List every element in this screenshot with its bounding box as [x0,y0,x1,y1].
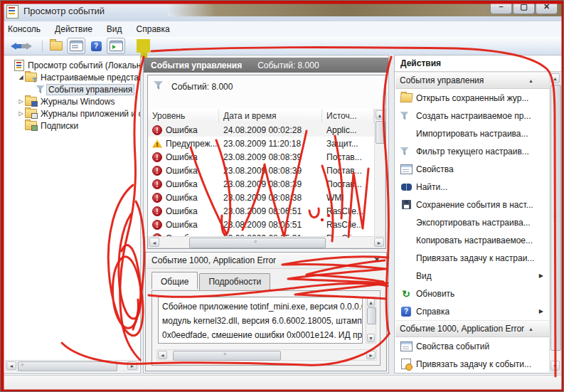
scroll-thumb[interactable]: ≡ [189,238,326,248]
table-row[interactable]: !Ошибка23.08.2009 08:06:51RasClie... [148,204,374,218]
menu-item-2[interactable]: Вид [100,23,129,36]
scroll-up-arrow[interactable]: ▲ [376,110,384,120]
action-item[interactable]: Найти... [395,178,549,196]
menu-item-0[interactable]: Консоль [1,23,48,36]
action-item-label: Найти... [416,182,447,192]
sidebar-item-1[interactable]: ◢Настраиваемые представле [4,71,140,83]
action-item[interactable]: Фильтр текущего настраив... [395,142,549,160]
preview-v-scrollbar[interactable]: ▲ ▼ [366,297,376,344]
scroll-thumb[interactable]: ≡ [550,85,561,351]
table-row[interactable]: !Ошибка23.08.2009 08:08:39Постав... [148,150,374,164]
close-button[interactable]: ✕ [536,1,558,14]
preview-groupbox: Сбойное приложение totinf_mini.exe, верс… [151,290,381,366]
expander-collapsed-icon[interactable]: ▷ [17,110,25,117]
table-row[interactable]: !Ошибка23.08.2009 08:05:51RasClie... [148,218,374,231]
events-h-scrollbar[interactable]: ◄ ≡ ► [148,236,385,248]
scroll-up-arrow[interactable]: ▲ [367,298,375,307]
collapse-icon[interactable]: ▲ [528,78,533,83]
collapse-icon[interactable]: ▲ [528,327,533,332]
export-log-button[interactable] [48,38,65,53]
action-item[interactable]: Сохранение события в наст... [395,196,549,213]
tree-h-scrollbar[interactable]: ◄ ≡ ► [5,360,139,371]
scroll-thumb[interactable]: ≡ [173,351,281,361]
scroll-left-arrow[interactable]: ◄ [149,238,159,247]
action-item[interactable]: Открыть сохраненный жур... [395,89,549,107]
forward-button[interactable] [22,38,39,53]
open-folder-icon [399,93,413,102]
scroll-up-arrow[interactable]: ▲ [550,73,560,83]
expander-collapsed-icon[interactable]: ▷ [17,98,25,105]
scroll-down-arrow[interactable]: ▼ [367,334,375,342]
table-row[interactable]: !Ошибка23.08.2009 08:08:38WMI [148,191,374,204]
action-item[interactable]: Свойства [395,160,549,178]
action-item[interactable]: Привязать задачу к событи... [395,355,549,372]
events-v-scrollbar[interactable]: ▲ ▼ [374,109,385,248]
preview-h-scrollbar[interactable]: ◄ ≡ ► [156,349,377,361]
sidebar-item-5[interactable]: Подписки [4,120,140,132]
events-panel: События управления Событий: 8.000 Событи… [143,55,389,374]
column-header-0[interactable]: Уровень [148,109,219,123]
level-cell: !Ошибка [148,193,219,203]
sidebar-item-0[interactable]: Просмотр событий (Локальнь [4,59,140,71]
folder-subscriptions-icon [25,121,37,130]
event-description-box[interactable]: Сбойное приложение totinf_mini.exe, верс… [158,297,363,344]
action-item[interactable]: ↻Обновить [395,285,549,302]
actions-section-title: События управления [400,75,531,85]
table-row[interactable]: !Ошибка23.08.2009 08:08:39Постав... [148,164,374,177]
source-cell: Постав... [322,166,374,176]
table-row[interactable]: !Ошибка24.08.2009 00:02:28Applic... [148,123,374,137]
minimize-button[interactable]: – [490,1,512,14]
tab-details[interactable]: Подробности [199,273,270,290]
action-item[interactable]: Импортировать настраива... [395,125,549,142]
sidebar-item-2[interactable]: События управления [4,83,140,95]
action-item[interactable]: Свойства событий [395,337,549,355]
expander-expanded-icon[interactable]: ◢ [17,74,25,80]
show-hide-tree-button[interactable] [107,38,125,54]
scroll-down-arrow[interactable]: ▼ [550,361,560,371]
maximize-button[interactable]: ▢ [513,1,535,14]
scroll-thumb[interactable]: ≡ [18,361,117,371]
events-panel-title: События управления [151,60,242,70]
back-button[interactable] [3,38,20,53]
action-item[interactable]: Копировать настраиваемое... [395,231,549,249]
app-icon [6,5,18,18]
column-header-1[interactable]: Дата и время [219,109,322,123]
column-header-2[interactable]: Источ... [322,109,374,123]
tab-general[interactable]: Общие [151,272,198,289]
help-button[interactable]: ? [87,38,105,53]
close-icon[interactable]: ✕ [373,255,381,265]
action-item-label: Обновить [416,289,454,299]
scroll-left-arrow[interactable]: ◄ [6,361,16,370]
action-item[interactable]: Экспортировать настраива... [395,213,549,231]
scroll-thumb[interactable] [376,121,385,144]
menu-item-3[interactable]: Справка [129,23,177,36]
action-item[interactable]: Создать настраиваемое пр... [395,107,549,125]
action-item[interactable]: ?Справка▶ [395,302,549,320]
scroll-right-arrow[interactable]: ► [374,238,384,247]
submenu-arrow-icon: ▶ [539,308,543,314]
action-item[interactable]: Вид▶ [395,267,549,285]
menu-item-1[interactable]: Действие [48,23,100,36]
action-item[interactable]: Привязать задачу к настраи... [395,249,549,267]
title-bar[interactable]: Просмотр событий – ▢ ✕ [1,1,563,22]
table-row[interactable]: !Ошибка23.08.2009 08:08:39Постав... [148,177,374,191]
warning-icon: ! [152,139,162,148]
actions-section-header-0[interactable]: События управления▲ [395,72,549,89]
scroll-left-arrow[interactable]: ◄ [158,351,167,359]
sidebar-item-3[interactable]: ▷Журналы Windows [4,95,140,107]
table-body: !Ошибка24.08.2009 00:02:28Applic...!Пред… [148,123,374,237]
scroll-thumb[interactable] [367,307,376,324]
show-console-icon [110,41,123,51]
level-cell: !Ошибка [148,220,219,230]
open-folder-icon [400,93,413,102]
table-row[interactable]: !Предупреж...23.08.2009 11:20:18Защит... [148,137,374,150]
console-window-button[interactable] [67,38,85,54]
scroll-right-arrow[interactable]: ► [366,351,376,359]
actions-scrollbar[interactable]: ▲ ≡ ▼ [549,72,561,372]
actions-section-header-1[interactable]: Событие 1000, Application Error▲ [395,320,549,337]
sidebar-item-4[interactable]: ▷Журналы приложений и сл [4,107,140,120]
folder-computer-icon [25,97,37,106]
level-label: Ошибка [166,125,198,135]
level-label: Ошибка [166,152,198,162]
scroll-right-arrow[interactable]: ► [127,361,137,370]
